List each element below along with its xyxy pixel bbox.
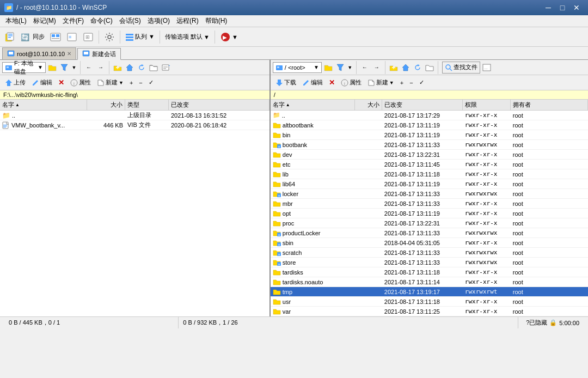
local-col-name[interactable]: 名字 ▲	[0, 100, 87, 110]
remote-file-row[interactable]: lib 2021-08-17 13:11:18 rwxr-xr-x root	[271, 169, 588, 179]
remote-plus-btn[interactable]: +	[397, 77, 406, 89]
menu-command[interactable]: 命令(C)	[87, 15, 116, 27]
toolbar-copy-local[interactable]	[2, 29, 17, 45]
remote-file-row[interactable]: usr 2021-08-17 13:11:18 rwxr-xr-x root	[271, 297, 588, 307]
toolbar-settings[interactable]	[102, 29, 117, 45]
toolbar-sync[interactable]: 🔄 同步	[19, 29, 47, 45]
local-check-btn[interactable]: ✓	[146, 77, 156, 89]
menu-help[interactable]: 帮助(H)	[202, 15, 231, 27]
remote-open-icon[interactable]	[323, 62, 334, 73]
remote-file-row[interactable]: proc 2021-08-17 13:22:31 rwxr-xr-x root	[271, 218, 588, 228]
menu-mark[interactable]: 标记(M)	[30, 15, 59, 27]
local-filter-icon[interactable]	[59, 62, 70, 73]
remote-file-row[interactable]: tardisks 2021-08-17 13:11:18 rwxr-xr-x r…	[271, 267, 588, 277]
local-col-type[interactable]: 类型	[125, 100, 169, 110]
toolbar-profile[interactable]: ▶ ▼	[218, 29, 240, 45]
local-minus-btn[interactable]: −	[136, 77, 145, 89]
remote-drive-btn[interactable]: / <root> ▼	[273, 62, 322, 73]
remote-file-row[interactable]: dev 2021-08-17 13:22:31 rwxr-xr-x root	[271, 150, 588, 160]
local-new-btn[interactable]: 新建 ▼	[94, 77, 126, 89]
local-col-size[interactable]: 大小	[87, 100, 125, 110]
minimize-button[interactable]: ─	[541, 2, 555, 13]
toolbar-icon2[interactable]	[48, 29, 63, 45]
remote-folder-up[interactable]	[388, 62, 399, 73]
remote-file-row[interactable]: a scratch 2021-08-17 13:11:33 rwxrwxrwx …	[271, 248, 588, 258]
local-col-modified[interactable]: 已改变	[169, 100, 270, 110]
remote-new-btn[interactable]: 新建 ▼	[365, 77, 397, 89]
local-properties-btn[interactable]: i 属性	[68, 77, 94, 89]
remote-file-row[interactable]: tardisks.noauto 2021-08-17 13:11:14 rwxr…	[271, 277, 588, 287]
remote-file-row[interactable]: mbr 2021-08-17 13:11:33 rwxr-xr-x root	[271, 199, 588, 209]
transfer-dropdown-icon[interactable]: ▼	[204, 34, 210, 40]
svg-rect-25	[7, 66, 9, 68]
local-file-list[interactable]: 名字 ▲ 大小 类型 已改变 📁 .. 上级目录 2021-08-13 16:3…	[0, 100, 270, 316]
remote-file-row[interactable]: etc 2021-08-17 13:11:45 rwxr-xr-x root	[271, 160, 588, 169]
remote-filter-dropdown[interactable]: ▼	[347, 62, 353, 73]
local-open-icon[interactable]	[47, 62, 58, 73]
local-delete-btn[interactable]: ✕	[56, 77, 67, 89]
remote-file-row[interactable]: a productLocker 2021-08-17 13:11:33 rwxr…	[271, 228, 588, 238]
svg-rect-21	[9, 52, 13, 54]
remote-file-row[interactable]: a bootbank 2021-08-17 13:11:33 rwxrwxrwx…	[271, 140, 588, 150]
remote-file-row[interactable]: tmp 2021-08-17 13:19:17 rwxrwxrwt root	[271, 287, 588, 297]
remote-col-perm[interactable]: 权限	[463, 100, 511, 110]
close-button[interactable]: ✕	[569, 2, 584, 13]
remote-file-row[interactable]: 📁 .. 2021-08-17 13:17:29 rwxr-xr-x root	[271, 111, 588, 120]
remote-extra[interactable]: ...	[481, 62, 492, 73]
remote-file-row[interactable]: lib64 2021-08-17 13:11:19 rwxr-xr-x root	[271, 179, 588, 189]
local-folder-up[interactable]	[112, 62, 123, 73]
remote-download-btn[interactable]: 下载	[273, 77, 299, 89]
local-edit-btn[interactable]: 编辑	[29, 77, 55, 89]
local-plus-btn[interactable]: +	[127, 77, 136, 89]
remote-open2[interactable]	[424, 62, 435, 73]
remote-file-row[interactable]: a store 2021-08-17 13:11:33 rwxrwxrwx ro…	[271, 258, 588, 267]
menu-file[interactable]: 文件(F)	[59, 15, 87, 27]
toolbar-icon3[interactable]: ≡	[64, 29, 79, 45]
remote-file-row[interactable]: altbootbank 2021-08-17 13:11:19 rwxr-xr-…	[271, 120, 588, 130]
remote-col-modified[interactable]: 已改变	[382, 100, 463, 110]
remote-properties-btn[interactable]: i 属性	[338, 77, 364, 89]
local-upload-btn[interactable]: 上传	[2, 77, 28, 89]
local-home[interactable]	[124, 62, 135, 73]
remote-file-row[interactable]: var 2021-08-17 13:11:25 rwxr-xr-x root	[271, 307, 588, 316]
remote-home[interactable]	[400, 62, 411, 73]
toolbar-transfer-options[interactable]: 传输选项 默认 ▼	[163, 29, 212, 45]
local-open2[interactable]	[148, 62, 159, 73]
remote-check-btn[interactable]: ✓	[416, 77, 427, 89]
local-refresh[interactable]	[136, 62, 147, 73]
remote-edit-btn[interactable]: 编辑	[299, 77, 326, 89]
local-file-row-vib[interactable]: VMW_bootbank_v... 446 KB VIB 文件 2020-08-…	[0, 120, 270, 130]
remote-forward[interactable]: →	[371, 62, 382, 73]
remote-file-row[interactable]: a locker 2021-08-17 13:11:33 rwxrwxrwx r…	[271, 189, 588, 199]
remote-refresh[interactable]	[412, 62, 423, 73]
local-forward[interactable]: →	[95, 62, 106, 73]
menu-session[interactable]: 会话(S)	[116, 15, 144, 27]
remote-col-name[interactable]: 名字 ▲	[271, 100, 355, 110]
remote-col-owner[interactable]: 拥有者	[511, 100, 588, 110]
local-file-row-up[interactable]: 📁 .. 上级目录 2021-08-13 16:31:52	[0, 111, 270, 120]
menu-local[interactable]: 本地(L)	[2, 15, 30, 27]
menu-remote[interactable]: 远程(R)	[173, 15, 202, 27]
remote-col-size[interactable]: 大小	[355, 100, 382, 110]
folder-icon	[273, 278, 281, 285]
local-back[interactable]: ←	[83, 62, 94, 73]
remote-file-row[interactable]: bin 2021-08-17 13:11:19 rwxr-xr-x root	[271, 130, 588, 140]
remote-find-btn[interactable]: 查找文件	[442, 62, 480, 74]
maximize-button[interactable]: □	[555, 2, 569, 13]
tab-monitor[interactable]: root@10.10.10.10 ✕	[2, 47, 76, 59]
local-drive-btn[interactable]: F: 本地磁盘 ▼	[2, 62, 46, 73]
remote-file-row[interactable]: a sbin 2018-04-04 05:31:05 rwxr-xr-x roo…	[271, 238, 588, 248]
menu-options[interactable]: 选项(O)	[144, 15, 173, 27]
remote-file-list[interactable]: 名字 ▲ 大小 已改变 权限 拥有者 📁 .. 2021-08-17 13:17…	[271, 100, 588, 316]
remote-back[interactable]: ←	[359, 62, 370, 73]
tab-new-session[interactable]: 新建会话	[77, 48, 121, 60]
remote-filter-icon[interactable]	[335, 62, 346, 73]
tab-close-0[interactable]: ✕	[67, 51, 71, 57]
remote-minus-btn[interactable]: −	[407, 77, 415, 89]
toolbar-queue[interactable]: 队列 ▼	[123, 29, 157, 45]
remote-file-row[interactable]: opt 2021-08-17 13:11:19 rwxr-xr-x root	[271, 209, 588, 218]
remote-delete-btn[interactable]: ✕	[326, 77, 338, 89]
local-something[interactable]	[160, 62, 171, 73]
toolbar-icon4[interactable]: ⊞	[81, 29, 96, 45]
local-filter-dropdown[interactable]: ▼	[71, 62, 77, 73]
